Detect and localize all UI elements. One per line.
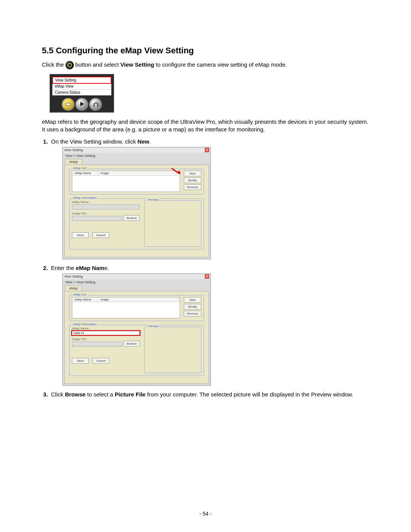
group-emap-info-label: eMap Information bbox=[72, 196, 98, 200]
page-number: - 54 - bbox=[0, 511, 411, 517]
intro-pre: Click the bbox=[42, 61, 65, 68]
step3-b2: Picture File bbox=[115, 391, 146, 398]
step1-post: . bbox=[149, 138, 151, 145]
image-file-input[interactable] bbox=[72, 216, 122, 221]
intro-post: to configure the camera view setting of … bbox=[156, 61, 287, 68]
step2-pre: Enter the bbox=[51, 265, 76, 271]
image-file-label: Image File: bbox=[72, 212, 140, 215]
context-toolbar bbox=[52, 96, 112, 111]
step2-post: e. bbox=[104, 265, 109, 271]
col-image: Image bbox=[98, 171, 180, 175]
view-setting-dialog-2: View Setting ✕ View > View Setting eMap … bbox=[62, 273, 211, 386]
intro-bold: View Setting bbox=[120, 61, 154, 68]
tab-emap[interactable]: eMap bbox=[65, 159, 82, 165]
description-paragraph: eMap refers to the geography and device … bbox=[42, 118, 369, 134]
menu-item-emap-view[interactable]: eMap View bbox=[53, 83, 111, 89]
col-emap-name: eMap Name bbox=[72, 297, 98, 302]
preview-label: Preview bbox=[147, 324, 160, 328]
breadcrumb: View > View Setting bbox=[63, 279, 210, 285]
context-menu: View Setting eMap View Camera Status bbox=[52, 77, 112, 96]
cancel-button[interactable]: Cancel bbox=[92, 358, 109, 364]
eye-icon[interactable] bbox=[62, 98, 75, 111]
context-menu-screenshot: View Setting eMap View Camera Status bbox=[49, 74, 114, 113]
dialog-title: View Setting bbox=[64, 275, 83, 278]
step3-mid1: to select a bbox=[86, 391, 115, 398]
emap-name-input[interactable] bbox=[72, 204, 140, 209]
menu-item-view-setting[interactable]: View Setting bbox=[52, 77, 112, 84]
steps-list: On the View Setting window, click New. V… bbox=[42, 138, 369, 398]
close-icon[interactable]: ✕ bbox=[205, 274, 209, 279]
tab-emap[interactable]: eMap bbox=[65, 285, 82, 291]
image-file-input[interactable] bbox=[72, 342, 122, 347]
col-image: Image bbox=[98, 297, 180, 302]
step-2: Enter the eMap Name. View Setting ✕ View… bbox=[49, 265, 369, 386]
modify-button[interactable]: Modify bbox=[184, 177, 201, 183]
close-icon[interactable]: ✕ bbox=[205, 148, 209, 152]
emap-name-value: Gate #1 bbox=[73, 331, 84, 335]
col-emap-name: eMap Name bbox=[72, 171, 98, 175]
section-heading: 5.5 Configuring the eMap View Setting bbox=[42, 46, 369, 56]
step-1: On the View Setting window, click New. V… bbox=[49, 138, 369, 259]
eye-icon bbox=[65, 61, 74, 69]
emap-name-label: eMap Name: bbox=[72, 200, 140, 204]
play-icon[interactable] bbox=[75, 98, 88, 111]
new-button[interactable]: New bbox=[184, 297, 201, 303]
intro-paragraph: Click the button and select View Setting… bbox=[42, 61, 369, 69]
browse-button[interactable]: Browse bbox=[124, 341, 140, 347]
emap-name-label: eMap Name: bbox=[72, 327, 140, 330]
dialog-title: View Setting bbox=[64, 148, 83, 152]
emap-name-input[interactable]: Gate #1 bbox=[72, 331, 140, 335]
lock-icon[interactable] bbox=[89, 98, 102, 111]
remove-button[interactable]: Remove bbox=[184, 184, 201, 190]
group-emap-list-label: eMap List bbox=[72, 166, 88, 170]
browse-button[interactable]: Browse bbox=[124, 215, 140, 221]
modify-button[interactable]: Modify bbox=[184, 304, 201, 310]
step1-bold: New bbox=[137, 138, 149, 145]
dialog-titlebar: View Setting ✕ bbox=[63, 147, 210, 153]
group-emap-list-label: eMap List bbox=[72, 293, 88, 296]
new-button[interactable]: New bbox=[184, 171, 201, 176]
breadcrumb: View > View Setting bbox=[63, 153, 210, 159]
intro-mid: button and select bbox=[75, 61, 120, 68]
group-emap-info-label: eMap Information bbox=[72, 323, 98, 326]
step3-post: from your computer. The selected picture… bbox=[145, 391, 353, 398]
preview-label: Preview bbox=[147, 198, 160, 201]
step2-bold: eMap Nam bbox=[76, 265, 104, 271]
remove-button[interactable]: Remove bbox=[184, 311, 201, 316]
dialog-titlebar: View Setting ✕ bbox=[63, 274, 210, 279]
step3-b1: Browse bbox=[65, 391, 86, 398]
step1-pre: On the View Setting window, click bbox=[51, 138, 137, 145]
step3-pre: Click bbox=[51, 391, 65, 398]
view-setting-dialog-1: View Setting ✕ View > View Setting eMap … bbox=[62, 147, 211, 259]
menu-item-camera-status[interactable]: Camera Status bbox=[53, 89, 111, 95]
cancel-button[interactable]: Cancel bbox=[92, 232, 109, 238]
save-button[interactable]: Save bbox=[72, 358, 89, 364]
save-button[interactable]: Save bbox=[72, 232, 89, 238]
step-3: Click Browse to select a Picture File fr… bbox=[49, 391, 369, 398]
image-file-label: Image File: bbox=[72, 337, 140, 341]
